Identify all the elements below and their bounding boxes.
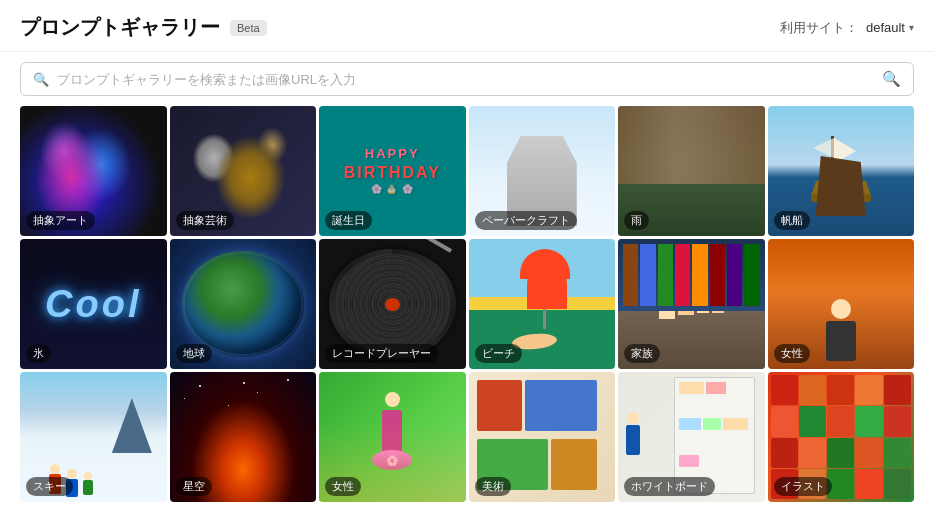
site-value: default [866,20,905,35]
item-label-family: 家族 [624,344,660,363]
svg-rect-4 [542,191,552,206]
gallery-item-paper-craft[interactable]: ペーパークラフト [469,106,616,236]
item-label-art: 美術 [475,477,511,496]
item-label-woman-flowers: 女性 [325,477,361,496]
gallery-item-earth[interactable]: 地球 [170,239,317,369]
record-disc [329,249,456,359]
gallery-item-art[interactable]: 美術 [469,372,616,502]
woman-figure [826,299,856,359]
gallery-item-rain[interactable]: 雨 [618,106,765,236]
mountain [112,398,152,453]
item-label-birthday: 誕生日 [325,211,372,230]
item-label-woman-autumn: 女性 [774,344,810,363]
item-label-whiteboard: ホワイトボード [624,477,715,496]
gallery-item-illustration[interactable]: イラスト [768,372,915,502]
gallery-item-record[interactable]: レコードプレーヤー [319,239,466,369]
site-label: 利用サイト： [780,19,858,37]
gallery-item-abstract-art2[interactable]: 抽象芸術 [170,106,317,236]
gallery-item-family[interactable]: 家族 [618,239,765,369]
gallery-item-beach[interactable]: ビーチ [469,239,616,369]
beach-umbrella [520,249,570,304]
search-button[interactable]: 🔍 [882,70,901,88]
item-label-beach: ビーチ [475,344,522,363]
page-title: プロンプトギャラリー [20,14,220,41]
gallery-item-starry[interactable]: 星空 [170,372,317,502]
svg-marker-7 [834,138,856,164]
gallery-item-ice-text[interactable]: Cool 氷 [20,239,167,369]
svg-marker-5 [522,146,562,161]
item-label-rain: 雨 [624,211,649,230]
search-bar: 🔍 🔍 [20,62,914,96]
chevron-down-icon: ▾ [909,22,914,33]
gallery-item-ship[interactable]: 帆船 [768,106,915,236]
ship-svg [801,126,881,226]
site-selector[interactable]: default ▾ [866,20,914,35]
item-label-starry: 星空 [176,477,212,496]
gallery-item-woman-flowers[interactable]: 🌸 女性 [319,372,466,502]
gallery-item-ski[interactable]: スキー [20,372,167,502]
svg-rect-10 [811,194,871,202]
item-label-ski: スキー [26,477,73,496]
svg-rect-2 [542,171,552,186]
search-icon: 🔍 [33,72,49,87]
gallery-grid: 抽象アート 抽象芸術 HAPPY BIRTHDAY 🌸 🎂 🌸 誕生日 [0,106,934,512]
svg-rect-3 [527,191,537,206]
search-input[interactable] [57,72,874,87]
item-label-abstract-art2: 抽象芸術 [176,211,234,230]
header: プロンプトギャラリー Beta 利用サイト： default ▾ [0,0,934,52]
svg-marker-9 [811,181,871,196]
item-label-earth: 地球 [176,344,212,363]
svg-rect-1 [527,171,537,186]
item-label-ship: 帆船 [774,211,810,230]
presenter-figure [623,412,643,482]
gallery-item-woman-autumn[interactable]: 女性 [768,239,915,369]
item-label-ice: 氷 [26,344,51,363]
gallery-item-abstract-art[interactable]: 抽象アート [20,106,167,236]
gallery-item-birthday[interactable]: HAPPY BIRTHDAY 🌸 🎂 🌸 誕生日 [319,106,466,236]
item-label-abstract-art: 抽象アート [26,211,95,230]
family-bookshelf [618,239,765,311]
beta-badge: Beta [230,20,267,36]
gallery-item-whiteboard[interactable]: ホワイトボード [618,372,765,502]
record-arm [406,239,451,253]
svg-marker-8 [813,138,834,158]
earth-sphere [182,251,305,357]
item-label-illustration: イラスト [774,477,832,496]
header-right: 利用サイト： default ▾ [780,19,914,37]
item-label-paper-craft: ペーパークラフト [475,211,577,230]
item-label-record: レコードプレーヤー [325,344,438,363]
header-left: プロンプトギャラリー Beta [20,14,267,41]
